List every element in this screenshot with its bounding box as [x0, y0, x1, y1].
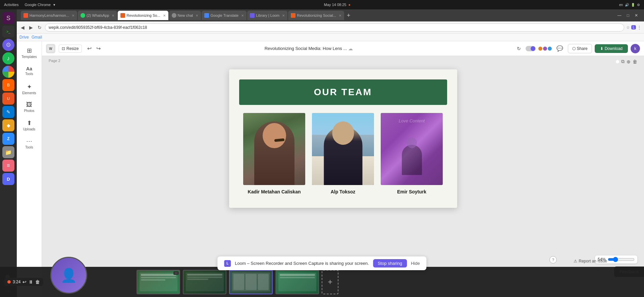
dock-slack[interactable]: S	[2, 12, 14, 24]
share-button[interactable]: ⬡ Share	[568, 44, 592, 53]
wepik-tool-tools[interactable]: Aa Tools	[19, 62, 39, 79]
dock-theme[interactable]: ⚙	[2, 39, 14, 51]
left-dock: S >_ ⚙ ♪ B U ✎ ◆ Z 📁 ≡ D 🔍 ⋯	[0, 9, 17, 297]
theme-toggle[interactable]	[526, 46, 536, 51]
wepik-tool-uploads[interactable]: ⬆ Uploads	[19, 116, 39, 134]
stop-sharing-button[interactable]: Stop sharing	[373, 259, 407, 268]
member-name-3: Emir Soyturk	[397, 189, 426, 194]
resize-icon: ⊡	[62, 46, 65, 51]
loom-recorder: 3:24 ↩ ⏸ 🗑	[4, 278, 43, 286]
dock-vscode[interactable]: ✎	[2, 106, 14, 118]
loom-icon: L	[224, 260, 231, 267]
elements-icon: ✦	[27, 83, 32, 91]
team-grid: Kadir Metahan Caliskan Alp Toks	[239, 113, 447, 194]
page-duplicate-button[interactable]: ⊕	[627, 59, 631, 64]
thumbnail-4[interactable]	[275, 270, 319, 294]
dock-ubuntu-software[interactable]: U	[2, 93, 14, 105]
tab-whatsapp[interactable]: (2) WhatsApp ✕	[78, 11, 117, 20]
tab-close-6[interactable]: ✕	[282, 14, 285, 17]
maximize-button[interactable]: □	[625, 12, 631, 19]
help-button[interactable]: ?	[549, 256, 557, 263]
loom-notification-bar: L Loom – Screen Recorder and Screen Capt…	[217, 256, 426, 270]
close-window-button[interactable]: ✕	[633, 12, 640, 19]
download-icon: ⬇	[600, 46, 603, 51]
url-input[interactable]	[45, 23, 624, 32]
rec-delete-button[interactable]: 🗑	[35, 279, 40, 285]
member-photo-3: Love Content	[381, 113, 443, 185]
dock-zoom[interactable]: Z	[2, 133, 14, 145]
add-thumbnail-button[interactable]: +	[322, 270, 338, 294]
tab-close-5[interactable]: ✕	[241, 14, 244, 17]
extension-icon-1[interactable]: L	[631, 25, 636, 29]
report-label: Report an Issue	[579, 259, 607, 263]
refresh-icon-btn[interactable]: ↻	[515, 45, 523, 53]
chrome-dropdown-icon[interactable]: ▾	[53, 3, 55, 7]
zoom-slider[interactable]	[608, 257, 635, 262]
new-tab-button[interactable]: +	[345, 12, 353, 19]
dock-terminal[interactable]: >_	[2, 25, 14, 38]
templates-label: Templates	[21, 55, 37, 59]
bookmark-icon[interactable]: ☆	[626, 25, 630, 30]
dock-brave[interactable]: B	[2, 79, 14, 91]
extension-icon-2[interactable]: ⋮	[637, 25, 641, 30]
thumbnail-3[interactable]	[229, 270, 273, 294]
rec-undo-button[interactable]: ↩	[22, 279, 26, 285]
page-label: Page 2	[49, 59, 60, 63]
tab-harmonymens[interactable]: HarmonyLens/harmon... ✕	[21, 11, 77, 20]
toolbar-right: ↻ 💬 ⬡ Share	[515, 44, 640, 53]
dock-files[interactable]: 📁	[2, 146, 14, 158]
report-issue[interactable]: ⚠ Report an Issue	[574, 259, 607, 263]
more-icon: ⋯	[26, 137, 32, 145]
share-label: Share	[577, 46, 588, 51]
dock-spotify[interactable]: ♪	[2, 52, 14, 64]
dock-chrome[interactable]	[2, 66, 14, 78]
gmail-link[interactable]: Gmail	[32, 35, 42, 40]
rec-pause-button[interactable]: ⏸	[29, 279, 33, 285]
wepik-tool-photos[interactable]: 🖼 Photos	[19, 98, 39, 116]
tab-newchat[interactable]: New chat ✕	[169, 11, 201, 20]
wepik-tool-templates[interactable]: ⊞ Templates	[19, 44, 39, 61]
download-button[interactable]: ⬇ Download	[595, 44, 628, 53]
browser-bookmarks-bar: Drive Gmail	[17, 34, 644, 41]
activities-label[interactable]: Activities	[4, 3, 18, 7]
tab-close-2[interactable]: ✕	[112, 14, 114, 17]
member-photo-2	[312, 113, 374, 185]
tab-close-1[interactable]: ✕	[72, 14, 74, 17]
tools-icon: Aa	[26, 66, 32, 71]
tab-favicon-wepik	[120, 13, 125, 18]
tab-revolutionizing-2[interactable]: Revolutionizing Social... ✕	[288, 11, 344, 20]
tab-close-3[interactable]: ✕	[163, 14, 166, 17]
system-tray: en 🔊 🔋 ⚙	[619, 3, 640, 7]
dock-discord[interactable]: D	[2, 173, 14, 185]
reload-button[interactable]: ↻	[36, 24, 43, 31]
wepik-tool-elements[interactable]: ✦ Elements	[19, 80, 39, 98]
dock-layers[interactable]: ≡	[2, 160, 14, 172]
slide-canvas[interactable]: OUR TEAM Kadir Metahan Caliskan	[229, 69, 457, 208]
templates-icon: ⊞	[27, 47, 32, 54]
wepik-tool-more[interactable]: ⋯ Tools	[19, 134, 39, 152]
drive-link[interactable]: Drive	[19, 35, 29, 40]
comment-button[interactable]: 💬	[554, 44, 565, 53]
tab-translate[interactable]: Google Translate ✕	[202, 11, 247, 20]
tab-revolutionizing[interactable]: Revolutionizing So... ✕	[118, 11, 168, 20]
back-button[interactable]: ◀	[19, 24, 26, 31]
user-avatar[interactable]: k	[631, 44, 640, 53]
hide-button[interactable]: Hide	[411, 261, 420, 266]
thumbnail-1[interactable]: ⋯	[137, 270, 180, 294]
undo-button[interactable]: ↩	[85, 44, 94, 53]
user-avatar-large: 👤	[50, 257, 87, 294]
thumbnail-2[interactable]	[183, 270, 226, 294]
tab-close-7[interactable]: ✕	[339, 14, 341, 17]
redo-button[interactable]: ↪	[94, 44, 103, 53]
forward-button[interactable]: ▶	[28, 24, 34, 31]
minimize-button[interactable]: —	[615, 12, 624, 19]
tab-close-4[interactable]: ✕	[196, 14, 198, 17]
dock-app1[interactable]: ◆	[2, 119, 14, 131]
browser-titlebar: HarmonyLens/harmon... ✕ (2) WhatsApp ✕ R…	[17, 9, 644, 21]
tab-loom-library[interactable]: Library | Loom ✕	[247, 11, 287, 20]
page-delete-button[interactable]: 🗑	[633, 59, 637, 64]
system-bar: Activities Google Chrome ▾ May 14 08:25 …	[0, 0, 644, 9]
resize-button[interactable]: ⊡ Resize	[59, 45, 82, 53]
tabs-bar: HarmonyLens/harmon... ✕ (2) WhatsApp ✕ R…	[19, 9, 641, 21]
page-copy-button[interactable]: ⧉	[621, 59, 625, 64]
